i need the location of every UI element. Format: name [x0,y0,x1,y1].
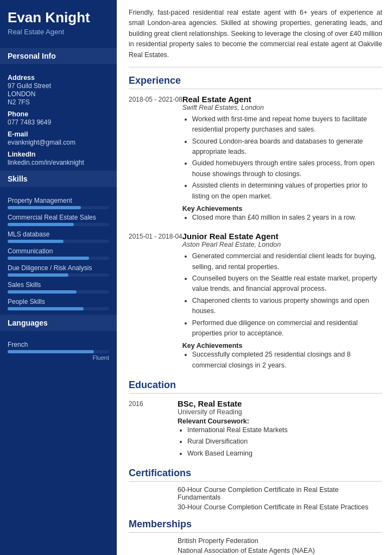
summary-text: Friendly, fast-paced residential real es… [129,8,382,67]
education-block: 2016 BSc, Real Estate University of Read… [129,399,382,460]
skill-name: People Skills [8,298,109,305]
exp-dates: 2015-01 - 2018-04 [129,232,182,372]
email-label: E-mail [8,130,109,138]
skill-bar-bg [8,307,109,310]
skill-name: MLS database [8,230,109,238]
skill-bar-bg [8,240,109,243]
education-section-title: Education [129,379,382,394]
address-line1: 97 Guild Street [8,82,109,90]
skill-name: Communication [8,247,109,255]
email-value: evanknight@gmail.com [8,139,109,146]
exp-bullets: Generated commercial and residential cli… [182,251,382,339]
edu-school: University of Reading [178,408,382,416]
language-level: Fluent [8,354,109,361]
exp-company: Swift Real Estates, London [182,104,382,111]
experience-block: 2015-01 - 2018-04 Junior Real Estate Age… [129,232,382,372]
skill-item: Property Management [8,197,109,209]
key-achievements-list: Successfully completed 25 residential cl… [182,350,382,371]
membership-item: British Property Federation [178,537,382,545]
key-achievement-item: Closed more than £40 million in sales 2 … [192,213,382,223]
exp-company: Aston Pearl Real Estate, London [182,241,382,248]
exp-bullets: Worked with first-time and repeat home b… [182,114,382,202]
bullet-item: Counselled buyers on the Seattle real es… [192,273,382,295]
skill-bar-bg [8,273,109,277]
skill-bar-bg [8,257,109,260]
coursework-item: International Real Estate Markets [187,425,382,435]
edu-year: 2016 [129,399,178,460]
bullet-item: Scoured London-area boards and databases… [192,136,382,158]
exp-job-title: Junior Real Estate Agent [182,232,382,241]
skill-bar-fill [8,240,64,243]
certification-item: 60-Hour Course Completion Certificate in… [178,486,382,501]
personal-info-section-header: Personal Info [0,48,117,64]
address-line2: LONDON [8,90,109,98]
bullet-item: Assisted clients in determining values o… [192,180,382,202]
edu-detail: BSc, Real Estate University of Reading R… [178,399,382,460]
sidebar: Evan Knight Real Estate Agent Personal I… [0,0,117,555]
languages-section-header: Languages [0,315,117,331]
exp-job-title: Real Estate Agent [182,95,382,104]
skill-bar-fill [8,307,84,310]
coursework-item: Rural Diversification [187,436,382,447]
linkedin-label: LinkedIn [8,151,109,158]
personal-info-content: Address 97 Guild Street LONDON N2 7FS Ph… [0,64,117,166]
sidebar-header: Evan Knight Real Estate Agent [0,0,117,43]
skill-item: Commercial Real Estate Sales [8,214,109,226]
skill-item: Communication [8,247,109,260]
memberships-section-title: Memberships [129,519,382,533]
education-container: 2016 BSc, Real Estate University of Read… [129,399,382,460]
coursework-item: Work Based Learning [187,448,382,459]
skill-item: MLS database [8,230,109,243]
bullet-item: Guided homebuyers through entire sales p… [192,158,382,179]
languages-content: French Fluent [0,331,117,361]
membership-item: National Association of Estate Agents (N… [178,547,382,554]
skill-bar-fill [8,206,81,209]
language-name: French [8,341,109,348]
exp-detail: Junior Real Estate Agent Aston Pearl Rea… [182,232,382,372]
memberships-container: British Property FederationNational Asso… [129,537,382,555]
coursework-list: International Real Estate MarketsRural D… [178,425,382,459]
bullet-item: Performed due diligence on commercial an… [192,318,382,339]
language-bar-bg [8,350,109,353]
skill-item: Due Diligence / Risk Analysis [8,264,109,277]
main-content: Friendly, fast-paced residential real es… [117,0,392,555]
experience-container: 2018-05 - 2021-08 Real Estate Agent Swif… [129,95,382,372]
skill-name: Sales Skills [8,281,109,289]
edu-degree: BSc, Real Estate [178,399,382,408]
experience-section-title: Experience [129,75,382,89]
coursework-label: Relevant Coursework: [178,417,382,425]
address-label: Address [8,74,109,82]
key-achievement-item: Successfully completed 25 residential cl… [192,350,382,371]
skill-item: People Skills [8,298,109,310]
certifications-container: 60-Hour Course Completion Certificate in… [129,486,382,511]
address-line3: N2 7FS [8,98,109,106]
skill-name: Commercial Real Estate Sales [8,214,109,221]
skills-section-header: Skills [0,171,117,187]
key-achievements-label: Key Achievements [182,205,382,213]
skill-bar-bg [8,290,109,294]
bullet-item: Generated commercial and residential cli… [192,251,382,272]
phone-label: Phone [8,110,109,118]
candidate-title: Real Estate Agent [8,28,109,36]
language-item: French Fluent [8,341,109,361]
skills-content: Property Management Commercial Real Esta… [0,187,117,310]
skill-item: Sales Skills [8,281,109,294]
certification-item: 30-Hour Course Completion Certificate in… [178,503,382,511]
exp-dates: 2018-05 - 2021-08 [129,95,182,224]
skill-name: Due Diligence / Risk Analysis [8,264,109,272]
skill-bar-fill [8,273,68,277]
phone-value: 077 7483 9649 [8,119,109,126]
key-achievements-label: Key Achievements [182,342,382,350]
language-bar-fill [8,350,94,353]
bullet-item: Chaperoned clients to various property s… [192,296,382,317]
skill-bar-bg [8,206,109,209]
skill-bar-fill [8,257,89,260]
linkedin-value: linkedin.com/in/evanknight [8,159,109,166]
exp-detail: Real Estate Agent Swift Real Estates, Lo… [182,95,382,224]
skill-bar-bg [8,223,109,226]
key-achievements-list: Closed more than £40 million in sales 2 … [182,213,382,223]
skill-bar-fill [8,223,74,226]
bullet-item: Worked with first-time and repeat home b… [192,114,382,135]
certifications-section-title: Certifications [129,467,382,482]
skill-bar-fill [8,290,77,294]
